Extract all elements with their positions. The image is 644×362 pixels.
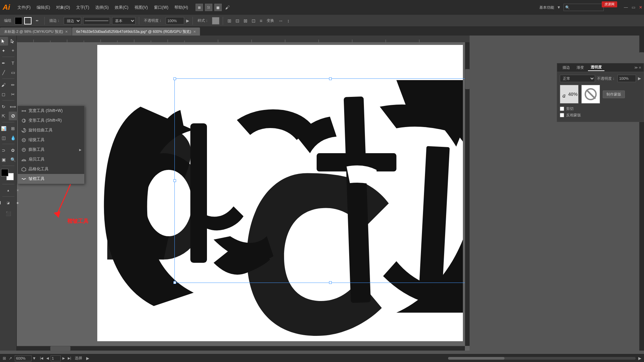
shape-tool[interactable]: ▭ <box>9 68 17 77</box>
direct-select-tool[interactable] <box>9 37 17 46</box>
next-page-btn[interactable]: ▶ <box>61 356 66 360</box>
stroke-swatch[interactable] <box>24 17 32 24</box>
panel-expand-icon[interactable]: ≫ <box>634 66 638 69</box>
none-mode-btn[interactable]: ✕ <box>13 186 22 195</box>
flip-h-icon[interactable]: ↔ <box>277 18 284 23</box>
menu-effect[interactable]: 效果(C) <box>112 3 131 12</box>
dropdown-item-7[interactable]: 皱褶工具 <box>18 174 84 184</box>
dropdown-item-2[interactable]: 旋转扭曲工具 <box>18 125 84 135</box>
foreground-color[interactable] <box>1 169 8 176</box>
menu-edit[interactable]: 编辑(E) <box>34 3 53 12</box>
scale-tool[interactable]: ⇱ <box>0 112 8 120</box>
opacity-arrow-icon[interactable]: ▶ <box>638 76 641 81</box>
pen-tool[interactable]: ✒ <box>0 59 8 67</box>
symbol-spray-tool[interactable]: ✿ <box>9 146 17 155</box>
workspace-dropdown[interactable]: ▼ <box>557 5 561 10</box>
zoom-dropdown-arrow[interactable]: ▼ <box>32 356 36 361</box>
scroll-right-btn[interactable]: ▶ <box>638 356 641 361</box>
search-box[interactable]: 🔍 <box>564 4 604 11</box>
isolate-mode-btn[interactable]: ◈ <box>13 198 22 207</box>
gradient-tool[interactable]: ◫ <box>0 133 8 142</box>
close-button[interactable]: ✕ <box>637 4 644 11</box>
lasso-tool[interactable]: ⌖ <box>9 46 17 55</box>
arrange-icon[interactable]: ⊞ <box>196 4 203 11</box>
magic-wand-tool[interactable]: ✦ <box>0 46 8 55</box>
prev-page-btn[interactable]: ◀ <box>45 356 50 360</box>
menu-view[interactable]: 视图(V) <box>132 3 151 12</box>
dropdown-item-5[interactable]: 扇贝工具 <box>18 155 84 164</box>
menu-help[interactable]: 帮助(H) <box>172 3 191 12</box>
dropdown-item-4[interactable]: 膨胀工具 <box>18 145 84 155</box>
paintbrush-tool[interactable]: 🖌 <box>0 80 8 89</box>
line-tool[interactable]: ╱ <box>0 68 8 77</box>
distribute-icon[interactable]: ⊟ <box>234 18 240 23</box>
pencil-tool[interactable]: ✏ <box>9 80 17 89</box>
mirror-tool[interactable]: ⟺ <box>9 102 17 111</box>
graph-tool[interactable]: 📊 <box>0 124 8 133</box>
ungroup-icon[interactable]: ⊡ <box>251 18 257 23</box>
dropdown-item-1[interactable]: 变形工具 (Shift+R) <box>18 116 84 125</box>
tab-0[interactable]: 未标题-2 @ 98% (CMYK/GPU 预览) ✕ <box>0 27 72 36</box>
normal-mode-btn[interactable]: ⬜ <box>0 198 3 207</box>
menu-file[interactable]: 文件(F) <box>15 3 33 12</box>
zoom-input[interactable]: 600% <box>15 355 32 361</box>
dropdown-item-3[interactable]: 缩拢工具 <box>18 135 84 145</box>
tab-close-1[interactable]: ✕ <box>193 30 196 34</box>
mask-mode-btn[interactable]: ◪ <box>4 198 13 207</box>
minimize-button[interactable]: — <box>623 4 629 11</box>
rotate-tool[interactable]: ↻ <box>0 102 8 111</box>
blend-tool[interactable]: ⊃ <box>0 146 8 155</box>
stroke-style-select[interactable]: 基本 <box>112 17 136 24</box>
align-icon[interactable]: ⊞ <box>226 18 232 23</box>
mask-thumbnail[interactable] <box>581 85 600 104</box>
scroll-thumb-h[interactable] <box>50 346 70 351</box>
tab-1[interactable]: 6e74b33e53d0aa5d5256b47d49dc53a.jpg* @ 6… <box>72 27 200 36</box>
panel-tab-transparency[interactable]: 透明度 <box>588 64 604 71</box>
page-input[interactable]: 1 <box>51 355 61 361</box>
artboards-btn[interactable]: ⬛ <box>2 209 14 218</box>
menu-object[interactable]: 对象(O) <box>53 3 72 12</box>
fill-swatch[interactable] <box>15 17 22 24</box>
zoom-tool[interactable]: 🔍 <box>9 155 17 164</box>
scroll-thumb-v[interactable] <box>465 69 470 89</box>
opacity-panel-input[interactable]: 100% <box>618 75 636 82</box>
gradient-mode-btn[interactable]: ▲ <box>4 186 13 195</box>
group-icon[interactable]: ⊠ <box>243 18 249 23</box>
style-swatch[interactable] <box>212 17 219 24</box>
play-btn[interactable]: ▶ <box>86 356 89 361</box>
tab-close-0[interactable]: ✕ <box>65 30 68 34</box>
mesh-tool[interactable]: ⊞ <box>9 124 17 133</box>
align-h-icon[interactable]: ≡ <box>259 18 263 23</box>
panel-tab-stroke[interactable]: 描边 <box>560 64 573 71</box>
blend-mode-select[interactable]: 正常 <box>560 75 595 82</box>
flip-v-icon[interactable]: ↕ <box>286 18 290 23</box>
stroke-type-select[interactable]: 描边 <box>64 17 81 24</box>
make-mask-button[interactable]: 制作蒙版 <box>603 90 625 98</box>
first-page-btn[interactable]: |◀ <box>39 356 45 360</box>
invert-checkbox[interactable] <box>560 113 564 117</box>
paint-icon[interactable]: 🖌 <box>224 4 231 11</box>
clip-checkbox[interactable] <box>560 107 564 111</box>
text-tool[interactable]: T <box>9 59 17 67</box>
panel-tab-gradient[interactable]: 渐变 <box>574 64 587 71</box>
menu-select[interactable]: 选择(S) <box>93 3 111 12</box>
maximize-button[interactable]: ▭ <box>630 4 637 11</box>
symbol-icon[interactable]: St <box>205 4 212 11</box>
color-mode-btn[interactable]: ■ <box>0 186 3 195</box>
opacity-input[interactable]: 100% <box>166 17 184 24</box>
scroll-right[interactable] <box>465 36 470 346</box>
eraser-tool[interactable]: ◻ <box>0 90 8 99</box>
liquify-tool[interactable] <box>9 112 17 120</box>
last-page-btn[interactable]: ▶| <box>67 356 72 360</box>
scissors-tool[interactable]: ✂ <box>9 90 17 99</box>
dropdown-item-0[interactable]: 宽度工具 (Shift+W) <box>18 106 84 116</box>
opacity-arrow[interactable]: ▶ <box>186 18 189 23</box>
layer-thumbnail[interactable]: a 40% <box>560 85 579 104</box>
grid-icon[interactable]: ▦ <box>214 4 222 11</box>
dropdown-item-6[interactable]: 晶格化工具 <box>18 164 84 174</box>
select-tool[interactable] <box>0 37 8 46</box>
scroll-bottom[interactable] <box>17 346 465 351</box>
menu-window[interactable]: 窗口(W) <box>151 3 171 12</box>
artboard-tool[interactable]: ▣ <box>0 155 8 164</box>
panel-menu-icon[interactable]: ≡ <box>639 66 641 69</box>
